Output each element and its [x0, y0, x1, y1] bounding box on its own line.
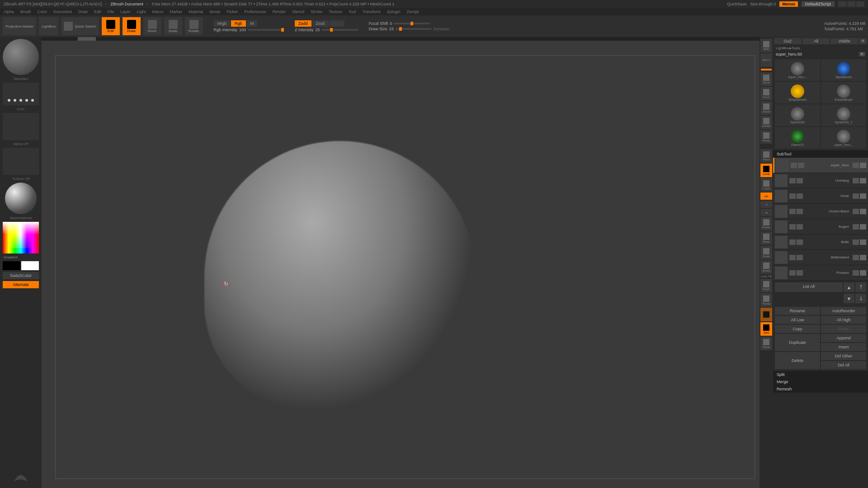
- polypaint-icon[interactable]: [853, 270, 859, 276]
- goz-button[interactable]: GoZ: [774, 38, 802, 44]
- polypaint-icon[interactable]: [853, 193, 859, 199]
- paint-icon[interactable]: [797, 193, 803, 199]
- paint-icon[interactable]: [797, 270, 803, 276]
- autoreorder-button[interactable]: AutoReorder: [821, 307, 866, 315]
- menu-marker[interactable]: Marker: [170, 9, 182, 14]
- subtool-row[interactable]: Hosen-Band: [773, 204, 868, 219]
- polypaint-icon[interactable]: [853, 239, 859, 245]
- xyz-button[interactable]: xyz: [760, 192, 772, 200]
- minimize-button[interactable]: [838, 1, 846, 7]
- z-intensity-slider[interactable]: [322, 29, 358, 31]
- paint-icon[interactable]: [789, 193, 796, 199]
- zcut-toggle[interactable]: Zcut: [330, 20, 345, 27]
- subtool-row[interactable]: Brillenband: [773, 250, 868, 265]
- transp-button[interactable]: Transp: [760, 293, 772, 307]
- tool-cell[interactable]: super_hero...: [775, 59, 820, 81]
- menu-tool[interactable]: Tool: [349, 9, 356, 14]
- ghost-button[interactable]: [760, 308, 772, 321]
- viewport-scrollbar[interactable]: [42, 37, 760, 41]
- paint-icon[interactable]: [789, 224, 796, 230]
- subtool-row[interactable]: Hose: [773, 188, 868, 204]
- menu-stroke[interactable]: Stroke: [311, 9, 322, 14]
- menu-brush[interactable]: Brush: [20, 9, 31, 14]
- rgb-toggle[interactable]: Rgb: [231, 20, 246, 27]
- paint-icon[interactable]: [789, 178, 796, 183]
- move-down-button[interactable]: ▼: [844, 294, 854, 303]
- split-section[interactable]: Split: [773, 371, 868, 378]
- visibility-eye-icon[interactable]: [860, 255, 866, 260]
- visibility-eye-icon[interactable]: [860, 163, 866, 168]
- menu-zscript[interactable]: Zscript: [407, 9, 419, 14]
- persp-button[interactable]: Persp: [760, 130, 772, 144]
- actual-button[interactable]: Actual: [760, 101, 772, 115]
- focal-shift-slider[interactable]: [394, 23, 430, 24]
- primary-color-swatch[interactable]: [21, 261, 39, 270]
- menu-zplugin[interactable]: Zplugin: [387, 9, 401, 14]
- polypaint-icon[interactable]: [853, 224, 859, 230]
- paint-icon[interactable]: [789, 209, 796, 214]
- zscript-dropdown[interactable]: DefaultZScript: [802, 1, 835, 7]
- subtool-row[interactable]: Brille: [773, 235, 868, 250]
- tool-cell[interactable]: AlphaBrush: [821, 59, 866, 81]
- maximize-button[interactable]: [847, 1, 855, 7]
- alpha-selector[interactable]: [3, 113, 39, 140]
- menu-edit[interactable]: Edit: [94, 9, 101, 14]
- current-tool-name[interactable]: super_hero.50: [776, 52, 802, 56]
- spix-button[interactable]: SPix 3: [760, 53, 772, 67]
- paint-icon[interactable]: [797, 239, 803, 245]
- menu-alpha[interactable]: Alpha: [4, 9, 14, 14]
- scale-button[interactable]: Scale: [164, 17, 182, 35]
- quicksketch-button[interactable]: Quick Sketch: [61, 17, 99, 35]
- spix-slider[interactable]: [761, 69, 772, 70]
- move-up-button[interactable]: ▲: [844, 282, 854, 292]
- allhigh-button[interactable]: All High: [821, 316, 866, 324]
- delall-button[interactable]: Del All: [821, 361, 866, 369]
- rgb-intensity-slider[interactable]: [248, 29, 284, 31]
- zadd-toggle[interactable]: Zadd: [295, 20, 311, 27]
- tool-cell[interactable]: super_hero...: [821, 127, 866, 149]
- menu-layer[interactable]: Layer: [120, 9, 131, 14]
- stroke-selector[interactable]: [3, 83, 39, 105]
- scroll-button[interactable]: Scroll: [760, 72, 772, 86]
- move-bottom-button[interactable]: ⤓: [855, 294, 866, 303]
- nav-move-button[interactable]: Move: [760, 231, 772, 245]
- aahalf-button[interactable]: AAHalf: [760, 116, 772, 129]
- gradient-label[interactable]: Gradient: [2, 255, 40, 259]
- insert-button[interactable]: Insert: [821, 343, 866, 351]
- polyf-button[interactable]: PolyF: [760, 279, 772, 292]
- menu-color[interactable]: Color: [38, 9, 47, 14]
- subtool-row[interactable]: Augen: [773, 219, 868, 235]
- menu-macro[interactable]: Macro: [152, 9, 163, 14]
- menu-picker[interactable]: Picker: [226, 9, 238, 14]
- goz-visible-button[interactable]: Visible: [830, 38, 858, 44]
- paint-icon[interactable]: [791, 163, 797, 168]
- draw-button[interactable]: Draw: [123, 17, 141, 35]
- menu-transform[interactable]: Transform: [362, 9, 381, 14]
- fit-button[interactable]: ⊕: [760, 209, 772, 216]
- menu-document[interactable]: Document: [53, 9, 72, 14]
- goz-all-button[interactable]: All: [802, 38, 830, 44]
- tool-r-button[interactable]: R: [859, 52, 866, 56]
- tool-cell[interactable]: EraserBrush: [821, 82, 866, 103]
- dynamic-toggle[interactable]: Dynamic: [434, 27, 449, 31]
- tool-cell[interactable]: Sphere3D_1: [821, 104, 866, 126]
- material-selector[interactable]: [5, 183, 37, 214]
- menu-draw[interactable]: Draw: [78, 9, 88, 14]
- menus-toggle[interactable]: Menus: [779, 1, 798, 7]
- paste-button[interactable]: Paste: [821, 325, 866, 333]
- paint-icon[interactable]: [789, 239, 796, 245]
- menu-texture[interactable]: Texture: [329, 9, 342, 14]
- goz-r-button[interactable]: R: [859, 38, 867, 44]
- lsym-button[interactable]: L.Sym: [760, 178, 772, 192]
- paint-icon[interactable]: [789, 255, 796, 260]
- rename-button[interactable]: Rename: [775, 307, 820, 315]
- menu-render[interactable]: Render: [273, 9, 286, 14]
- seethrough-slider[interactable]: See-through 0: [750, 2, 776, 6]
- menu-light[interactable]: Light: [137, 9, 146, 14]
- alternate-button[interactable]: Alternate: [3, 281, 39, 288]
- listall-button[interactable]: List All: [775, 282, 843, 292]
- paint-icon[interactable]: [797, 255, 803, 260]
- subtool-header[interactable]: SubTool: [773, 150, 868, 158]
- duplicate-button[interactable]: Duplicate: [775, 334, 820, 351]
- visibility-eye-icon[interactable]: [860, 178, 866, 183]
